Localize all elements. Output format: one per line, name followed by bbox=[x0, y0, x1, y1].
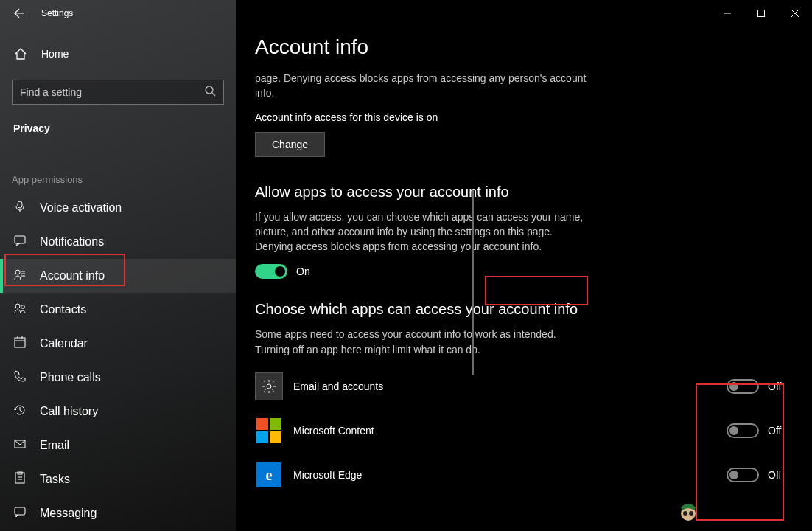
gear-icon bbox=[255, 372, 283, 400]
sidebar-item-label: Voice activation bbox=[40, 201, 122, 215]
sidebar-item-call-history[interactable]: Call history bbox=[0, 395, 236, 428]
master-toggle[interactable] bbox=[255, 264, 287, 279]
section-title-choose-apps: Choose which apps can access your accoun… bbox=[255, 301, 619, 318]
svg-point-5 bbox=[15, 304, 20, 308]
svg-point-6 bbox=[21, 305, 25, 309]
search-box[interactable] bbox=[12, 80, 224, 105]
sidebar-item-label: Account info bbox=[40, 269, 105, 282]
app-toggle-label: Off bbox=[768, 469, 781, 481]
svg-point-21 bbox=[683, 511, 687, 516]
sidebar-item-label: Phone calls bbox=[40, 371, 101, 384]
edge-icon: e bbox=[255, 461, 283, 489]
sidebar: Settings Home Privacy App permissions Vo… bbox=[0, 0, 236, 531]
app-title: Settings bbox=[41, 8, 73, 18]
sidebar-item-label: Notifications bbox=[40, 235, 104, 249]
app-row-microsoft-edge: e Microsoft Edge Off bbox=[255, 453, 619, 497]
svg-rect-2 bbox=[18, 201, 22, 208]
sidebar-item-label: Messaging bbox=[40, 507, 97, 520]
device-status: Account info access for this device is o… bbox=[255, 111, 619, 123]
app-toggle-label: Off bbox=[768, 381, 781, 392]
sidebar-item-label: Email bbox=[40, 439, 69, 452]
app-toggle-label: Off bbox=[768, 425, 781, 437]
svg-rect-7 bbox=[15, 338, 25, 347]
sidebar-item-email[interactable]: Email bbox=[0, 428, 236, 462]
sidebar-item-label: Contacts bbox=[40, 303, 86, 316]
master-toggle-label: On bbox=[296, 266, 310, 277]
tasks-icon bbox=[13, 471, 27, 487]
svg-point-4 bbox=[15, 270, 20, 274]
scrollbar-thumb[interactable] bbox=[472, 190, 474, 375]
svg-line-1 bbox=[212, 93, 215, 96]
close-button[interactable] bbox=[778, 1, 812, 25]
sidebar-item-label: Tasks bbox=[40, 473, 70, 486]
maximize-button[interactable] bbox=[744, 1, 778, 25]
minimize-button[interactable] bbox=[710, 1, 744, 25]
section-title-allow-apps: Allow apps to access your account info bbox=[255, 184, 619, 201]
phone-icon bbox=[13, 369, 27, 386]
annotation-highlight bbox=[696, 384, 784, 521]
section-desc-allow-apps: If you allow access, you can choose whic… bbox=[255, 209, 587, 254]
master-toggle-row: On bbox=[255, 264, 619, 279]
group-label: App permissions bbox=[0, 134, 236, 185]
section-desc-choose-apps: Some apps need to access your account in… bbox=[255, 327, 587, 357]
svg-rect-3 bbox=[15, 236, 25, 243]
sidebar-item-phone-calls[interactable]: Phone calls bbox=[0, 361, 236, 395]
svg-point-19 bbox=[267, 384, 271, 389]
content-area: Account info page. Denying access blocks… bbox=[236, 0, 812, 531]
contacts-icon bbox=[13, 302, 27, 318]
sidebar-item-messaging[interactable]: Messaging bbox=[0, 496, 236, 530]
sidebar-list: Voice activation Notifications Account i… bbox=[0, 191, 236, 530]
intro-text-tail: page. Denying access blocks apps from ac… bbox=[255, 71, 587, 101]
sidebar-item-voice-activation[interactable]: Voice activation bbox=[0, 191, 236, 225]
mascot-icon bbox=[675, 497, 701, 524]
sidebar-item-calendar[interactable]: Calendar bbox=[0, 327, 236, 361]
app-name-label: Microsoft Edge bbox=[293, 469, 441, 481]
app-toggle-microsoft-edge[interactable] bbox=[727, 468, 759, 482]
sidebar-item-account-info[interactable]: Account info bbox=[0, 259, 236, 293]
app-toggle-microsoft-content[interactable] bbox=[727, 423, 759, 438]
svg-point-22 bbox=[689, 511, 693, 516]
change-button[interactable]: Change bbox=[255, 132, 325, 157]
app-name-label: Microsoft Content bbox=[293, 425, 441, 437]
sidebar-item-contacts[interactable]: Contacts bbox=[0, 293, 236, 327]
microphone-icon bbox=[13, 200, 27, 216]
window-controls bbox=[236, 0, 812, 27]
sidebar-item-label: Call history bbox=[40, 405, 98, 418]
app-row-email-accounts: Email and accounts Off bbox=[255, 364, 619, 409]
email-icon bbox=[13, 437, 27, 454]
home-nav[interactable]: Home bbox=[0, 40, 236, 68]
account-info-icon bbox=[13, 268, 27, 284]
app-toggle-email-accounts[interactable] bbox=[727, 379, 759, 394]
notifications-icon bbox=[13, 234, 27, 250]
calendar-icon bbox=[13, 336, 27, 352]
search-input[interactable] bbox=[20, 86, 189, 98]
page-title: Account info bbox=[255, 35, 619, 59]
sidebar-item-tasks[interactable]: Tasks bbox=[0, 462, 236, 496]
section-label: Privacy bbox=[0, 105, 236, 134]
app-row-microsoft-content: Microsoft Content Off bbox=[255, 409, 619, 453]
page-body: Account info page. Denying access blocks… bbox=[236, 27, 619, 497]
search-icon bbox=[204, 85, 216, 100]
messaging-icon bbox=[13, 505, 27, 521]
svg-rect-16 bbox=[758, 10, 765, 17]
app-name-label: Email and accounts bbox=[293, 381, 441, 392]
back-button[interactable] bbox=[13, 7, 25, 19]
home-icon bbox=[13, 46, 28, 61]
microsoft-logo-icon bbox=[255, 417, 283, 445]
home-label: Home bbox=[41, 48, 69, 60]
history-icon bbox=[13, 403, 27, 420]
sidebar-item-label: Calendar bbox=[40, 337, 88, 350]
sidebar-item-notifications[interactable]: Notifications bbox=[0, 225, 236, 259]
titlebar-left: Settings bbox=[0, 0, 236, 27]
svg-point-0 bbox=[206, 86, 213, 94]
svg-rect-14 bbox=[15, 507, 25, 515]
